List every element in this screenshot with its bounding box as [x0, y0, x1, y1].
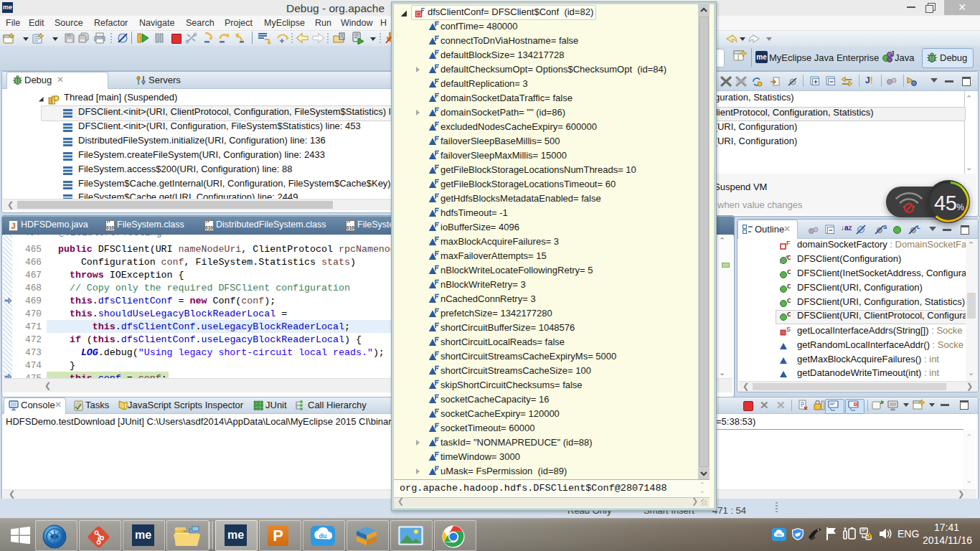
svg-text:C: C — [787, 311, 791, 318]
svg-text:010: 010 — [205, 225, 213, 230]
svg-text:F: F — [786, 240, 791, 247]
svg-text:!: ! — [869, 534, 870, 539]
svg-text:S: S — [883, 225, 887, 230]
svg-text:010: 010 — [347, 225, 354, 230]
svg-text:L: L — [917, 225, 920, 230]
svg-text:C: C — [787, 255, 791, 261]
svg-text:C: C — [787, 269, 791, 276]
svg-text:010: 010 — [106, 225, 114, 230]
svg-text:du: du — [319, 532, 327, 540]
svg-text:J: J — [890, 50, 894, 58]
svg-text:du: du — [776, 532, 782, 537]
svg-text:S: S — [786, 326, 791, 333]
svg-text:C: C — [787, 283, 791, 290]
svg-text:C: C — [787, 298, 791, 304]
svg-text:J: J — [11, 222, 15, 230]
